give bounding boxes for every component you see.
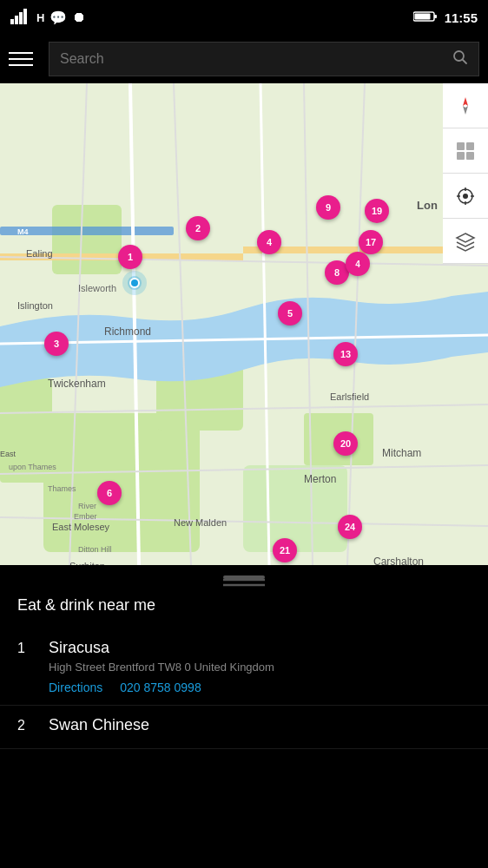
svg-text:River: River <box>78 502 96 510</box>
svg-text:East: East <box>0 450 16 458</box>
svg-text:Twickenham: Twickenham <box>48 378 106 390</box>
layers-button[interactable] <box>443 219 488 264</box>
time-label: 11:55 <box>445 10 478 25</box>
svg-text:Isleworth: Isleworth <box>78 283 116 293</box>
item-row: 1 Siracusa High Street Brentford TW8 0 U… <box>17 639 471 694</box>
item-row: 2 Swan Chinese <box>17 716 471 738</box>
list-items: 1 Siracusa High Street Brentford TW8 0 U… <box>0 628 488 868</box>
svg-text:Earlsfield: Earlsfield <box>330 391 369 402</box>
top-bar <box>0 35 488 83</box>
bottom-panel: Eat & drink near me 1 Siracusa High Stre… <box>0 565 488 868</box>
svg-text:upon Thames: upon Thames <box>9 463 56 471</box>
svg-rect-0 <box>10 19 14 24</box>
map-pin-1[interactable]: 1 <box>118 245 142 269</box>
search-input[interactable] <box>60 51 445 67</box>
item-address: High Street Brentford TW8 0 United Kingd… <box>49 661 471 674</box>
svg-rect-59 <box>457 142 465 150</box>
status-left: H 💬 ⏺ <box>10 9 86 27</box>
map-pin-21[interactable]: 21 <box>273 538 297 562</box>
svg-text:Ealing: Ealing <box>26 248 53 259</box>
directions-link[interactable]: Directions <box>49 681 102 694</box>
map-pin-6[interactable]: 6 <box>97 481 122 505</box>
list-item: 2 Swan Chinese <box>0 706 488 749</box>
north-button[interactable] <box>443 83 488 128</box>
item-content: Siracusa High Street Brentford TW8 0 Uni… <box>49 639 471 694</box>
svg-rect-6 <box>414 13 430 19</box>
status-bar: H 💬 ⏺ 11:55 <box>0 0 488 35</box>
svg-text:Carshalton: Carshalton <box>373 556 424 565</box>
map-pin-19[interactable]: 19 <box>365 199 389 223</box>
svg-text:Ditton Hill: Ditton Hill <box>78 545 112 554</box>
signal-icon <box>10 9 31 27</box>
record-icon: ⏺ <box>72 10 86 25</box>
phone-link[interactable]: 020 8758 0998 <box>120 681 201 694</box>
svg-marker-69 <box>457 233 474 242</box>
svg-text:Mitcham: Mitcham <box>382 447 421 459</box>
svg-text:Merton: Merton <box>304 473 336 485</box>
svg-rect-61 <box>457 152 465 160</box>
map-pin-17[interactable]: 17 <box>359 230 383 254</box>
carrier-label: H <box>36 11 44 24</box>
map-area[interactable]: M4 Isleworth Richmond Twickenham Ealing … <box>0 83 488 565</box>
battery-icon <box>413 10 438 25</box>
svg-text:M4: M4 <box>17 227 29 236</box>
item-content: Swan Chinese <box>49 716 471 738</box>
search-box[interactable] <box>49 42 479 76</box>
section-title: Eat & drink near me <box>0 589 488 628</box>
svg-point-56 <box>131 279 138 286</box>
drag-handle-bar <box>223 575 265 579</box>
svg-rect-62 <box>466 152 474 160</box>
svg-marker-57 <box>463 97 468 106</box>
map-pin-5[interactable]: 5 <box>278 301 302 326</box>
svg-rect-1 <box>15 16 18 24</box>
svg-rect-5 <box>434 15 437 18</box>
map-pin-9[interactable]: 9 <box>316 195 340 220</box>
svg-rect-60 <box>466 142 474 150</box>
list-item: 1 Siracusa High Street Brentford TW8 0 U… <box>0 628 488 706</box>
svg-text:New Malden: New Malden <box>174 517 227 528</box>
svg-text:East Molesey: East Molesey <box>52 522 110 532</box>
svg-marker-58 <box>463 106 468 115</box>
drag-handle[interactable] <box>0 565 488 589</box>
map-pin-4[interactable]: 4 <box>257 230 281 254</box>
svg-text:Islington: Islington <box>17 300 53 311</box>
location-button[interactable] <box>443 174 488 219</box>
item-number: 2 <box>17 716 35 733</box>
svg-rect-3 <box>23 9 27 24</box>
item-name: Swan Chinese <box>49 716 471 734</box>
menu-button[interactable] <box>9 43 40 75</box>
map-pin-13[interactable]: 13 <box>333 342 358 366</box>
map-pin-2[interactable]: 2 <box>186 216 210 240</box>
svg-line-8 <box>463 59 467 63</box>
svg-text:Thames: Thames <box>48 484 76 493</box>
item-number: 1 <box>17 639 35 656</box>
status-right: 11:55 <box>413 10 478 25</box>
svg-text:Richmond: Richmond <box>104 326 151 338</box>
svg-text:Lon: Lon <box>417 199 438 212</box>
search-icon <box>452 49 468 69</box>
map-pin-24[interactable]: 24 <box>338 515 362 539</box>
item-name: Siracusa <box>49 639 471 657</box>
map-type-button[interactable] <box>443 128 488 174</box>
map-pin-20[interactable]: 20 <box>333 431 358 456</box>
item-actions: Directions 020 8758 0998 <box>49 681 471 694</box>
map-controls <box>443 83 488 264</box>
map-svg: M4 Isleworth Richmond Twickenham Ealing … <box>0 83 488 565</box>
svg-rect-2 <box>19 12 23 24</box>
svg-text:Ember: Ember <box>74 512 97 521</box>
svg-rect-12 <box>52 205 122 274</box>
message-icon: 💬 <box>49 10 67 26</box>
map-pin-3[interactable]: 3 <box>44 332 69 356</box>
map-pin-4b[interactable]: 4 <box>346 252 370 276</box>
svg-point-64 <box>463 194 468 199</box>
